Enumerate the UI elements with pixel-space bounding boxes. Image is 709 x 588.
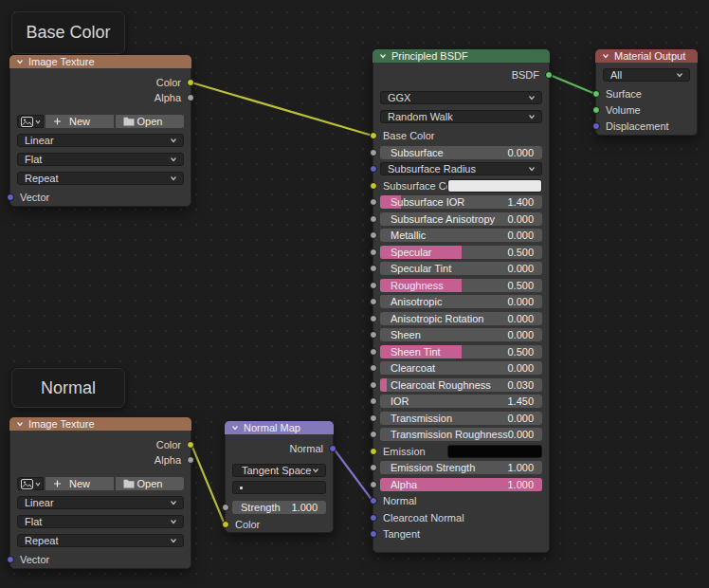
socket-ior-input[interactable] xyxy=(370,397,377,405)
collapse-chevron-icon[interactable] xyxy=(231,425,239,431)
plus-icon xyxy=(53,480,62,488)
interpolation-dropdown[interactable]: Linear xyxy=(17,134,184,147)
projection-dropdown[interactable]: Flat xyxy=(17,153,184,166)
collapse-chevron-icon[interactable] xyxy=(16,59,24,64)
row-widget[interactable]: Emission Strength 1.000 xyxy=(380,461,542,474)
socket-subsurface-radius-input[interactable] xyxy=(370,165,377,173)
row-widget[interactable]: Clearcoat 0.000 xyxy=(380,361,542,375)
node-material-output[interactable]: Material Output All Surface Volume Displ… xyxy=(595,49,698,136)
socket-transmission-input[interactable] xyxy=(370,414,377,422)
node-header[interactable]: Material Output xyxy=(595,49,698,63)
color-swatch[interactable] xyxy=(447,179,542,193)
node-normal-map[interactable]: Normal Map Normal Tangent Space Strength… xyxy=(225,421,334,533)
socket-roughness-input[interactable] xyxy=(370,282,377,289)
input-label: Vector xyxy=(17,554,49,565)
node-image-texture-normal[interactable]: Image Texture Color Alpha New Open Linea… xyxy=(9,417,191,569)
frame-label-base-color[interactable]: Base Color xyxy=(11,11,125,54)
socket-alpha-output[interactable] xyxy=(187,456,194,464)
socket-anisotropic-rotation-input[interactable] xyxy=(370,315,377,322)
input-row-surface: Surface xyxy=(603,87,690,101)
socket-anisotropic-input[interactable] xyxy=(370,298,377,305)
image-browser-button[interactable] xyxy=(17,477,44,490)
socket-tangent-input[interactable] xyxy=(370,530,377,538)
row-widget[interactable]: Anisotropic 0.000 xyxy=(380,295,542,308)
socket-vector-input[interactable] xyxy=(7,556,14,563)
socket-subsurface-input[interactable] xyxy=(370,149,377,156)
bsdf-row-sheen-tint: Sheen Tint 0.500 Sheen Tint xyxy=(380,345,542,358)
new-image-button[interactable]: New xyxy=(45,115,114,128)
node-image-texture-base-color[interactable]: Image Texture Color Alpha New Open Linea… xyxy=(9,55,191,207)
row-widget[interactable]: Transmission 0.000 xyxy=(380,412,542,425)
row-widget[interactable]: Sheen 0.000 xyxy=(380,328,542,341)
socket-clearcoat-input[interactable] xyxy=(370,364,377,372)
interpolation-dropdown[interactable]: Linear xyxy=(17,496,184,509)
socket-specular-input[interactable] xyxy=(370,248,377,256)
row-widget[interactable]: Metallic 0.000 xyxy=(380,229,542,242)
socket-alpha-input[interactable] xyxy=(370,481,377,488)
row-widget[interactable]: Subsurface Radius xyxy=(380,162,542,175)
socket-base-color-input[interactable] xyxy=(370,132,377,139)
row-widget[interactable]: Roughness 0.500 xyxy=(380,279,542,292)
row-widget[interactable]: Subsurface 0.000 xyxy=(380,146,542,159)
socket-normal-input[interactable] xyxy=(370,497,377,505)
frame-label-normal[interactable]: Normal xyxy=(11,368,125,408)
extension-dropdown[interactable]: Repeat xyxy=(17,172,184,185)
socket-color-output[interactable] xyxy=(187,79,194,86)
subsurface-method-dropdown[interactable]: Random Walk xyxy=(380,110,542,123)
socket-emission-strength-input[interactable] xyxy=(370,464,377,471)
socket-color-input[interactable] xyxy=(222,521,229,528)
output-label: Color xyxy=(156,77,184,88)
row-widget[interactable]: Transmission Roughness 0.000 xyxy=(380,428,542,441)
socket-strength-input[interactable] xyxy=(222,504,229,511)
row-widget[interactable]: Clearcoat Roughness 0.030 xyxy=(380,378,542,392)
socket-surface-input[interactable] xyxy=(592,90,600,98)
socket-bsdf-output[interactable] xyxy=(545,71,553,79)
node-principled-bsdf[interactable]: Principled BSDF BSDF GGX Random Walk Bas… xyxy=(373,49,550,553)
strength-slider[interactable]: Strength 1.000 xyxy=(232,501,326,514)
node-header[interactable]: Image Texture xyxy=(9,417,191,431)
collapse-chevron-icon[interactable] xyxy=(16,421,24,427)
socket-alpha-output[interactable] xyxy=(187,94,194,101)
socket-emission-input[interactable] xyxy=(370,448,377,455)
open-image-button[interactable]: Open xyxy=(116,477,184,490)
open-image-button[interactable]: Open xyxy=(116,115,184,128)
row-label: Anisotropic Rotation xyxy=(391,313,483,324)
collapse-chevron-icon[interactable] xyxy=(379,53,387,59)
socket-clearcoat-roughness-input[interactable] xyxy=(370,381,377,389)
new-image-button[interactable]: New xyxy=(45,477,114,490)
socket-clearcoat-normal-input[interactable] xyxy=(370,514,377,522)
socket-displacement-input[interactable] xyxy=(592,122,600,130)
node-header[interactable]: Image Texture xyxy=(9,55,191,68)
socket-metallic-input[interactable] xyxy=(370,231,377,239)
projection-dropdown[interactable]: Flat xyxy=(17,515,184,528)
node-header[interactable]: Principled BSDF xyxy=(373,49,550,63)
row-widget[interactable]: Specular Tint 0.000 xyxy=(380,262,542,275)
socket-vector-input[interactable] xyxy=(7,193,14,201)
socket-normal-output[interactable] xyxy=(329,445,336,452)
row-widget[interactable]: Sheen Tint 0.500 xyxy=(380,345,542,358)
row-widget[interactable]: Alpha 1.000 xyxy=(380,478,542,491)
socket-volume-input[interactable] xyxy=(592,106,600,114)
row-widget[interactable]: Specular 0.500 xyxy=(380,246,542,259)
socket-subsurface-ior-input[interactable] xyxy=(370,198,377,206)
extension-dropdown[interactable]: Repeat xyxy=(17,534,184,547)
socket-specular-tint-input[interactable] xyxy=(370,265,377,272)
color-swatch[interactable] xyxy=(447,445,542,458)
space-dropdown[interactable]: Tangent Space xyxy=(232,464,326,477)
socket-sheen-input[interactable] xyxy=(370,331,377,339)
socket-subsurface-anisotropy-input[interactable] xyxy=(370,215,377,223)
socket-sheen-tint-input[interactable] xyxy=(370,348,377,356)
distribution-dropdown[interactable]: GGX xyxy=(380,91,542,104)
socket-color-output[interactable] xyxy=(187,441,194,449)
row-widget[interactable]: IOR 1.450 xyxy=(380,395,542,408)
row-widget[interactable]: Subsurface IOR 1.400 xyxy=(380,195,542,209)
socket-subsurface-co-input[interactable] xyxy=(370,182,377,190)
socket-transmission-roughness-input[interactable] xyxy=(370,431,377,438)
image-browser-button[interactable] xyxy=(17,115,44,128)
uv-map-field[interactable] xyxy=(232,481,326,494)
row-widget[interactable]: Subsurface Anisotropy 0.000 xyxy=(380,212,542,226)
row-widget[interactable]: Anisotropic Rotation 0.000 xyxy=(380,312,542,325)
node-header[interactable]: Normal Map xyxy=(225,421,334,434)
target-dropdown[interactable]: All xyxy=(603,68,690,82)
collapse-chevron-icon[interactable] xyxy=(602,53,609,59)
